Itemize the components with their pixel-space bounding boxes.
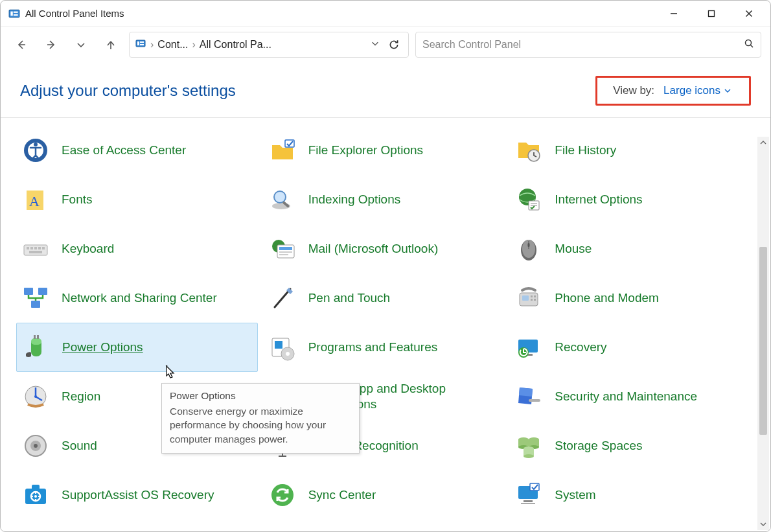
heading-row: Adjust your computer's settings View by:… bbox=[1, 63, 770, 118]
item-label: Sync Center bbox=[308, 487, 376, 503]
region-icon bbox=[21, 382, 50, 411]
internet-options-icon bbox=[514, 185, 543, 214]
control-panel-item[interactable]: Sync Center bbox=[263, 470, 505, 520]
control-panel-item[interactable]: AFonts bbox=[16, 175, 258, 224]
svg-rect-32 bbox=[34, 247, 37, 249]
breadcrumb-segment[interactable]: Cont... bbox=[157, 39, 188, 51]
tooltip: Power Options Conserve energy or maximiz… bbox=[161, 383, 360, 454]
control-panel-window: All Control Panel Items bbox=[0, 0, 771, 532]
control-panel-item[interactable]: File Explorer Options bbox=[263, 126, 505, 175]
items-grid: Ease of Access CenterFile Explorer Optio… bbox=[16, 126, 751, 531]
view-by-value[interactable]: Large icons bbox=[663, 84, 731, 97]
mail-icon bbox=[268, 235, 297, 263]
control-panel-item[interactable]: Programs and Features bbox=[263, 323, 505, 372]
item-label: Fonts bbox=[62, 192, 93, 207]
item-label: Power Options bbox=[62, 340, 143, 355]
control-panel-item[interactable]: Phone and Modem bbox=[509, 273, 751, 323]
scroll-down-button[interactable] bbox=[757, 518, 769, 530]
indexing-icon bbox=[268, 185, 297, 214]
svg-rect-92 bbox=[524, 500, 533, 502]
svg-rect-50 bbox=[531, 295, 533, 297]
control-panel-item[interactable]: Keyboard bbox=[16, 224, 258, 273]
maximize-button[interactable] bbox=[693, 1, 730, 26]
svg-rect-59 bbox=[275, 341, 282, 349]
recent-locations-button[interactable] bbox=[69, 33, 93, 56]
svg-rect-46 bbox=[38, 288, 47, 295]
item-label: File Explorer Options bbox=[308, 143, 423, 158]
ease-of-access-icon bbox=[21, 136, 50, 165]
control-panel-item[interactable]: Power Options bbox=[16, 323, 258, 372]
item-label: Phone and Modem bbox=[555, 290, 659, 306]
programs-icon bbox=[268, 333, 297, 362]
storage-icon bbox=[514, 432, 543, 460]
back-button[interactable] bbox=[10, 33, 33, 56]
control-panel-item[interactable]: File History bbox=[509, 126, 751, 175]
control-panel-item[interactable]: Storage Spaces bbox=[509, 421, 751, 470]
address-dropdown-button[interactable] bbox=[371, 39, 380, 51]
item-label: Pen and Touch bbox=[308, 290, 390, 306]
svg-rect-30 bbox=[27, 247, 29, 249]
system-icon bbox=[514, 481, 543, 509]
control-panel-item[interactable]: Network and Sharing Center bbox=[16, 273, 258, 323]
svg-rect-44 bbox=[528, 243, 530, 247]
item-label: Programs and Features bbox=[308, 340, 438, 355]
svg-rect-13 bbox=[140, 44, 144, 45]
svg-rect-39 bbox=[279, 251, 292, 253]
item-label: Region bbox=[62, 389, 100, 404]
window-buttons bbox=[655, 1, 768, 26]
control-panel-item[interactable]: Pen and Touch bbox=[263, 273, 505, 323]
title-bar: All Control Panel Items bbox=[1, 1, 770, 27]
search-input[interactable]: Search Control Panel bbox=[415, 32, 761, 58]
svg-point-85 bbox=[524, 454, 534, 458]
item-label: File History bbox=[555, 143, 616, 158]
item-label: SupportAssist OS Recovery bbox=[62, 487, 214, 503]
breadcrumb-separator-icon: › bbox=[150, 39, 154, 51]
item-label: Security and Maintenance bbox=[555, 389, 697, 404]
svg-point-89 bbox=[34, 495, 37, 498]
svg-point-66 bbox=[34, 395, 37, 398]
tooltip-body: Conserve energy or maximize performance … bbox=[170, 404, 351, 446]
svg-rect-70 bbox=[529, 399, 540, 402]
svg-rect-93 bbox=[521, 503, 535, 504]
control-panel-item[interactable]: SupportAssist OS Recovery bbox=[16, 470, 258, 520]
scroll-up-button[interactable] bbox=[757, 137, 769, 148]
control-panel-item[interactable]: Mail (Microsoft Outlook) bbox=[263, 224, 505, 273]
svg-rect-40 bbox=[279, 254, 288, 255]
items-area: Ease of Access CenterFile Explorer Optio… bbox=[1, 118, 770, 531]
sync-icon bbox=[268, 481, 297, 509]
svg-rect-29 bbox=[24, 245, 47, 255]
control-panel-item[interactable]: Security and Maintenance bbox=[509, 372, 751, 421]
sound-icon bbox=[21, 432, 50, 460]
supportassist-icon bbox=[21, 481, 50, 509]
svg-point-23 bbox=[274, 191, 286, 203]
svg-rect-31 bbox=[30, 247, 33, 249]
control-panel-item[interactable]: Indexing Options bbox=[263, 175, 505, 224]
control-panel-icon bbox=[8, 8, 20, 19]
scrollbar-thumb[interactable] bbox=[759, 247, 767, 435]
refresh-button[interactable] bbox=[384, 34, 404, 55]
view-by-control[interactable]: View by: Large icons bbox=[595, 76, 751, 106]
window-title: All Control Panel Items bbox=[25, 8, 124, 19]
power-icon bbox=[22, 333, 51, 362]
svg-rect-52 bbox=[531, 299, 533, 301]
item-label: Mail (Microsoft Outlook) bbox=[308, 241, 439, 257]
svg-rect-55 bbox=[31, 338, 41, 345]
address-bar[interactable]: › Cont... › All Control Pa... bbox=[129, 32, 409, 58]
control-panel-item[interactable]: Internet Options bbox=[509, 175, 751, 224]
forward-button[interactable] bbox=[40, 33, 63, 56]
file-history-icon bbox=[514, 136, 543, 165]
breadcrumb-segment[interactable]: All Control Pa... bbox=[200, 39, 271, 51]
item-label: Network and Sharing Center bbox=[62, 290, 217, 306]
control-panel-item[interactable]: System bbox=[509, 470, 751, 520]
up-button[interactable] bbox=[99, 33, 122, 56]
control-panel-item[interactable]: Mouse bbox=[509, 224, 751, 273]
close-button[interactable] bbox=[730, 1, 768, 26]
control-panel-item[interactable]: Ease of Access Center bbox=[16, 126, 258, 175]
item-label: Internet Options bbox=[555, 192, 642, 207]
svg-rect-47 bbox=[31, 301, 40, 308]
navigation-row: › Cont... › All Control Pa... Search Con… bbox=[1, 27, 770, 63]
minimize-button[interactable] bbox=[655, 1, 693, 26]
vertical-scrollbar[interactable] bbox=[757, 137, 769, 530]
control-panel-item[interactable]: Recovery bbox=[509, 323, 751, 372]
svg-text:A: A bbox=[29, 193, 40, 209]
